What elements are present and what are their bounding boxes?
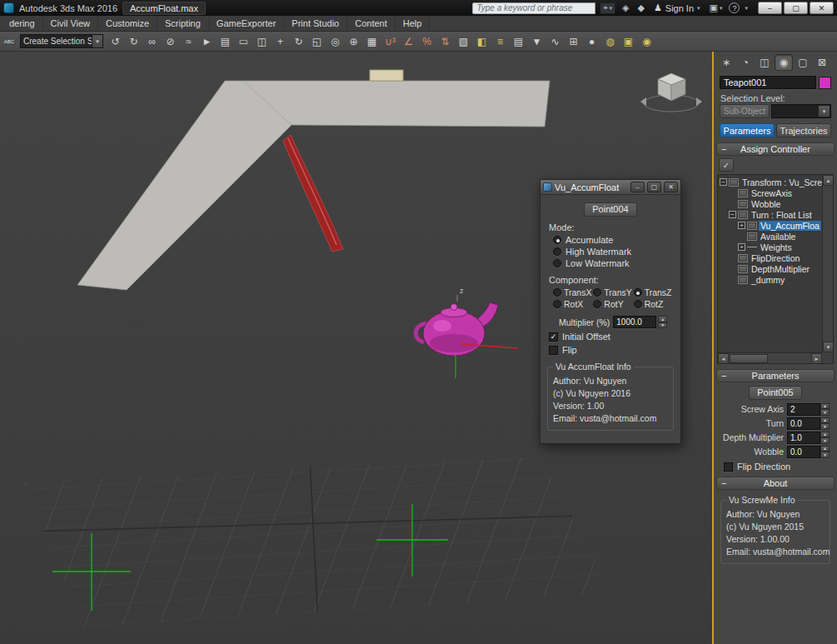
schematic-view-icon[interactable]: ⊞ [565,33,582,50]
radio-transy[interactable]: TransY [593,287,633,298]
select-by-name-icon[interactable]: ▤ [217,33,234,50]
tree-vertical-scrollbar[interactable]: ▲ ▼ [822,175,833,352]
sub-object-button[interactable]: Sub-Object [720,104,770,118]
radio-icon[interactable] [593,300,601,308]
spell-check-icon[interactable]: ABC [2,33,17,50]
menu-item-rendering[interactable]: dering [2,16,43,31]
percent-snap-icon[interactable]: % [418,33,436,50]
window-crossing-icon[interactable]: ◫ [253,33,271,50]
flip-direction-checkbox[interactable]: Flip Direction [724,462,835,472]
tree-item-available[interactable]: Available [718,231,833,242]
tree-item-dummy[interactable]: _dummy [718,274,833,285]
mirror-icon[interactable]: ◧ [473,33,491,50]
screw-axis-spinner[interactable]: ▲▼ [820,403,830,416]
tree-item-transform[interactable]: − Transform : Vu_Scre [718,177,833,187]
use-pivot-point-center-icon[interactable]: ◎ [326,33,344,50]
window-minimize-button[interactable]: – [758,2,782,14]
assign-controller-button[interactable]: ✓ [719,158,734,172]
align-icon[interactable]: ≡ [491,33,509,50]
bind-to-space-warp-icon[interactable]: ≈ [180,33,197,50]
radio-rotz[interactable]: RotZ [634,298,674,310]
window-close-button[interactable]: ✕ [810,2,834,14]
scroll-right-icon[interactable]: ► [811,353,822,364]
select-object-icon[interactable]: ► [198,33,216,50]
flip-checkbox[interactable]: Flip [549,345,674,355]
spinner-snap-icon[interactable]: ⇅ [436,33,454,50]
snap-toggle-3d-icon[interactable]: ∪³ [381,33,399,50]
radio-icon[interactable] [553,247,561,256]
menu-item-game-exporter[interactable]: GameExporter [209,16,285,31]
scrollbar-thumb[interactable] [730,354,768,363]
undo-icon[interactable]: ↺ [107,33,124,50]
tab-create[interactable]: ∗ [717,54,735,71]
parameters-rollout-header[interactable]: − Parameters [716,369,835,382]
radio-low-watermark[interactable]: Low Watermark [553,257,674,269]
angle-snap-icon[interactable]: ∠ [400,33,417,50]
assign-controller-rollout-header[interactable]: − Assign Controller [716,142,835,156]
radio-accumulate[interactable]: Accumulate [553,234,674,246]
checkbox-box[interactable] [549,346,558,355]
chevron-down-icon[interactable]: ▾ [819,106,830,117]
menu-item-customize[interactable]: Customize [98,16,157,31]
tree-item-turn[interactable]: − Turn : Float List [718,209,833,220]
multiplier-spinner[interactable]: ▲▼ [658,316,667,328]
tree-item-screwaxis[interactable]: ScrewAxis [718,187,833,198]
tree-item-depthmultiplier[interactable]: DepthMultiplier [718,263,833,274]
radio-icon[interactable] [634,288,642,297]
depth-multiplier-field[interactable]: 1.0 [787,432,820,444]
select-and-scale-icon[interactable]: ◱ [308,33,326,50]
tab-hierarchy[interactable]: ◫ [755,54,774,71]
radio-rotx[interactable]: RotX [553,298,593,310]
radio-high-watermark[interactable]: High Watermark [553,246,674,257]
curve-editor-icon[interactable]: ∿ [546,33,564,50]
named-selection-sets-dropdown[interactable]: Create Selection Se ▾ [20,34,103,48]
expand-toggle-icon[interactable]: + [738,222,745,229]
about-rollout-header[interactable]: − About [716,477,835,490]
dialog-title-bar[interactable]: Vu_AccumFloat – ▢ ✕ [541,180,680,195]
point004-button[interactable]: Point004 [584,202,637,217]
viewcube[interactable] [640,73,702,112]
search-input[interactable]: Type a keyword or phrase [472,2,595,14]
chevron-down-icon[interactable]: ▾ [92,35,102,47]
turn-spinner[interactable]: ▲▼ [820,417,830,430]
object-color-swatch[interactable] [819,77,831,89]
depth-multiplier-spinner[interactable]: ▲▼ [820,432,830,444]
tab-trajectories[interactable]: Trajectories [776,123,831,137]
edit-named-selection-sets-icon[interactable]: ▧ [455,33,472,50]
tree-horizontal-scrollbar[interactable]: ◄ ► [718,352,822,363]
menu-item-content[interactable]: Content [347,16,396,31]
menu-item-help[interactable]: Help [396,16,431,31]
window-maximize-button[interactable]: ▢ [784,2,808,14]
communities-icon[interactable]: ◆ [635,2,645,13]
dialog-maximize-button[interactable]: ▢ [647,182,661,192]
dialog-close-button[interactable]: ✕ [664,182,678,192]
menu-item-print-studio[interactable]: Print Studio [284,16,347,31]
search-button[interactable]: ⌖ ▾ [600,2,615,14]
tab-display[interactable]: ▢ [794,54,812,71]
radio-transx[interactable]: TransX [553,287,593,298]
radio-icon[interactable] [553,300,561,308]
scroll-left-icon[interactable]: ◄ [718,353,729,364]
dialog-minimize-button[interactable]: – [630,182,645,192]
radio-roty[interactable]: RotY [593,298,633,310]
exchange-icon[interactable]: ◈ [620,2,630,13]
radio-icon[interactable] [553,236,561,244]
select-and-move-icon[interactable]: + [272,33,289,50]
tab-utilities[interactable]: ⊠ [813,54,831,71]
redo-icon[interactable]: ↻ [125,33,142,50]
material-editor-icon[interactable]: ● [583,33,600,50]
checkbox-box[interactable] [724,462,733,472]
turn-field[interactable]: 0.0 [787,417,820,430]
select-and-manipulate-icon[interactable]: ⊕ [345,33,362,50]
radio-transz[interactable]: TransZ [634,287,674,298]
tab-parameters[interactable]: Parameters [720,123,775,137]
tab-motion[interactable]: ◉ [775,54,793,71]
render-production-icon[interactable]: ◉ [638,33,655,50]
screw-axis-field[interactable]: 2 [787,403,820,416]
expand-toggle-icon[interactable]: − [720,178,727,186]
checkbox-box[interactable]: ✓ [549,332,558,342]
rendered-frame-window-icon[interactable]: ▣ [620,33,637,50]
render-setup-icon[interactable]: ◍ [601,33,619,50]
tree-item-wobble[interactable]: Wobble [718,198,833,209]
select-and-link-icon[interactable]: ∞ [143,33,161,50]
